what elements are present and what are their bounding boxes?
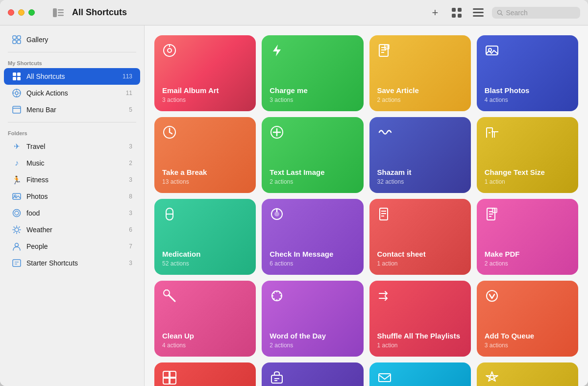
maximize-button[interactable] <box>28 9 35 16</box>
svg-rect-17 <box>13 72 16 76</box>
quick-actions-icon <box>12 88 22 98</box>
svg-rect-54 <box>385 45 389 49</box>
shortcut-actions-contact-sheet: 1 action <box>377 260 463 267</box>
close-button[interactable] <box>8 9 14 16</box>
food-label: food <box>26 209 124 217</box>
add-shortcut-button[interactable]: + <box>427 5 443 21</box>
shortcut-icon-gas-on-this-street <box>485 370 499 386</box>
sidebar-divider-2 <box>8 122 136 122</box>
shortcut-title-shuffle-all-playlists: Shuffle All The Playlists <box>377 332 463 340</box>
shortcut-card-gas-on-this-street[interactable]: Gas On This Street 3 actions <box>477 362 578 386</box>
svg-point-47 <box>168 48 172 52</box>
shortcut-card-remind-me[interactable]: Remind Me 3 actions <box>262 362 363 386</box>
sidebar-toggle-icon <box>53 8 64 17</box>
sidebar-item-gallery[interactable]: Gallery <box>4 31 140 48</box>
svg-line-38 <box>14 227 14 227</box>
menu-bar-count: 5 <box>129 106 132 113</box>
svg-rect-2 <box>58 12 64 13</box>
svg-line-90 <box>279 298 280 299</box>
svg-rect-8 <box>473 8 484 10</box>
shortcut-card-clean-up[interactable]: Clean Up 4 actions <box>154 281 256 357</box>
music-icon: ♪ <box>12 158 22 168</box>
svg-point-70 <box>274 212 279 217</box>
starter-label: Starter Shortcuts <box>26 259 124 267</box>
sidebar-item-all-shortcuts[interactable]: All Shortcuts 113 <box>4 68 140 85</box>
minimize-button[interactable] <box>18 9 24 16</box>
svg-rect-27 <box>13 106 21 113</box>
svg-line-92 <box>273 298 274 299</box>
shortcut-card-charge-me[interactable]: Charge me 3 actions <box>262 35 363 111</box>
title-bar-content: All Shortcuts + <box>39 5 580 21</box>
shortcut-card-save-article[interactable]: Save Article 2 actions <box>369 35 471 111</box>
shortcut-icon-remind-me <box>270 370 284 386</box>
shortcut-icon-check-in-message <box>270 207 284 225</box>
shortcut-card-contact-sheet[interactable]: Contact sheet 1 action <box>369 199 471 275</box>
people-icon <box>12 241 22 251</box>
shortcut-icon-shazam-it <box>377 125 392 143</box>
weather-label: Weather <box>26 226 124 234</box>
shortcut-card-word-of-the-day[interactable]: Word of the Day 2 actions <box>262 281 363 357</box>
sidebar-item-quick-actions[interactable]: Quick Actions 11 <box>4 85 140 101</box>
gallery-icon <box>12 35 22 45</box>
shortcut-card-email-album-art[interactable]: Email Album Art 3 actions <box>154 35 256 111</box>
shortcut-card-check-in-message[interactable]: Check In Message 6 actions <box>262 199 363 275</box>
svg-rect-7 <box>458 14 462 18</box>
shortcut-card-make-pdf[interactable]: Make PDF 2 actions <box>477 199 578 275</box>
sidebar-item-menu-bar[interactable]: Menu Bar 5 <box>4 101 140 118</box>
shortcut-actions-take-a-break: 13 actions <box>162 178 248 185</box>
search-icon <box>497 9 503 16</box>
shortcut-title-charge-me: Charge me <box>270 86 355 95</box>
grid-view-button[interactable] <box>449 5 465 21</box>
list-view-icon <box>473 8 484 17</box>
shortcut-card-change-text-size[interactable]: Change Text Size 1 action <box>477 117 578 193</box>
svg-rect-101 <box>379 374 391 382</box>
shortcut-card-email-myself[interactable]: Email Myself 6 actions <box>369 362 471 386</box>
shortcut-card-shazam-it[interactable]: Shazam it 32 actions <box>369 117 471 193</box>
shortcut-icon-email-album-art <box>162 43 177 61</box>
quick-actions-count: 11 <box>126 90 132 96</box>
svg-rect-16 <box>17 40 21 44</box>
shortcut-card-medication[interactable]: Medication 52 actions <box>154 199 256 275</box>
food-count: 3 <box>129 210 132 217</box>
folders-label: Folders <box>0 126 144 138</box>
all-shortcuts-label: All Shortcuts <box>26 72 118 80</box>
sidebar-item-weather[interactable]: Weather 6 <box>4 221 140 238</box>
svg-line-39 <box>19 232 20 233</box>
shortcut-title-word-of-the-day: Word of the Day <box>270 332 355 340</box>
sidebar-item-people[interactable]: People 7 <box>4 238 140 255</box>
shortcut-card-add-date-to-items[interactable]: Add Date to Items 9 actions <box>154 362 256 386</box>
shortcut-card-text-last-image[interactable]: Text Last Image 2 actions <box>262 117 363 193</box>
svg-point-42 <box>15 243 19 247</box>
shortcut-actions-check-in-message: 6 actions <box>270 260 355 267</box>
svg-line-82 <box>169 295 175 301</box>
sidebar-item-music[interactable]: ♪ Music 2 <box>4 155 140 171</box>
weather-count: 6 <box>129 226 132 233</box>
shortcut-card-add-to-queue[interactable]: Add To Queue 3 actions <box>477 281 578 357</box>
sidebar-item-food[interactable]: food 3 <box>4 205 140 221</box>
shortcut-title-clean-up: Clean Up <box>162 332 248 340</box>
svg-rect-15 <box>13 40 16 44</box>
svg-rect-13 <box>13 36 16 39</box>
sidebar-toggle-button[interactable] <box>50 5 66 21</box>
shortcut-card-blast-photos[interactable]: Blast Photos 4 actions <box>477 35 578 111</box>
shortcut-icon-contact-sheet <box>377 207 392 225</box>
shortcut-card-shuffle-all-playlists[interactable]: Shuffle All The Playlists 1 action <box>369 281 471 357</box>
sidebar-item-starter[interactable]: Starter Shortcuts 3 <box>4 255 140 271</box>
people-label: People <box>26 242 124 250</box>
shortcut-title-make-pdf: Make PDF <box>485 250 570 259</box>
shortcut-icon-medication <box>162 207 177 225</box>
sidebar-item-travel[interactable]: ✈ Travel 3 <box>4 138 140 155</box>
svg-line-41 <box>14 232 14 233</box>
shortcut-title-take-a-break: Take a Break <box>162 168 248 177</box>
list-view-button[interactable] <box>470 5 486 21</box>
page-title: All Shortcuts <box>72 7 421 18</box>
search-input[interactable] <box>506 9 575 17</box>
shortcut-card-take-a-break[interactable]: Take a Break 13 actions <box>154 117 256 193</box>
svg-rect-9 <box>473 12 484 13</box>
sidebar-item-photos[interactable]: Photos 8 <box>4 188 140 205</box>
svg-rect-14 <box>17 36 21 39</box>
sidebar-item-fitness[interactable]: 🏃 Fitness 3 <box>4 171 140 188</box>
search-bar[interactable] <box>492 7 580 19</box>
svg-rect-3 <box>58 15 64 16</box>
photos-label: Photos <box>26 193 124 200</box>
